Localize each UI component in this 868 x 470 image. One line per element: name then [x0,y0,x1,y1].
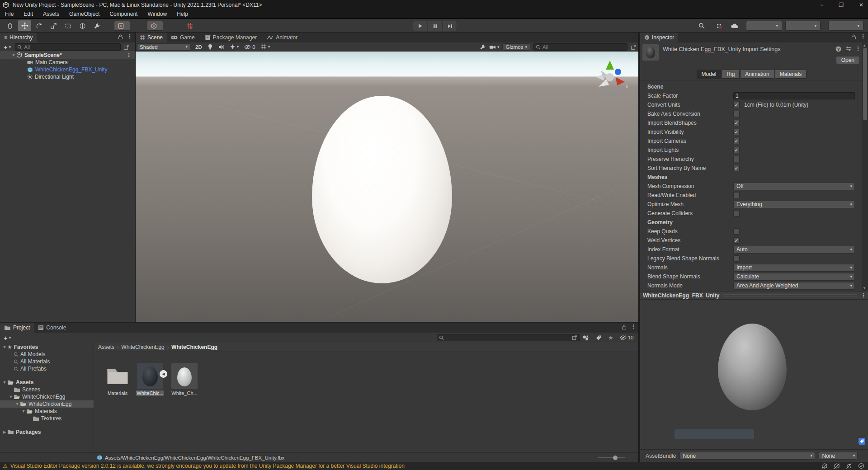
tab-scene[interactable]: Scene [136,33,167,42]
model-preview[interactable] [640,300,868,449]
asset-bundle-variant-dropdown[interactable]: None▾ [819,452,858,460]
hierarchy-menu-icon[interactable]: ⋮ [127,33,132,40]
filter-by-type-icon[interactable] [582,335,589,341]
hierarchy-search-input[interactable]: All [15,43,121,51]
keep-quads-checkbox[interactable]: ✓ [733,228,740,235]
hierarchy-item-directional-light[interactable]: Directional Light [0,73,135,80]
lock-icon[interactable] [851,34,856,40]
project-menu-icon[interactable]: ⋮ [631,324,636,330]
index-format-dropdown[interactable]: Auto▾ [733,246,855,254]
mesh-compression-dropdown[interactable]: Off▾ [733,183,855,190]
import-cameras-checkbox[interactable]: ✓ [733,138,740,144]
hierarchy-item-whitechickenegg-fbx-unity[interactable]: WhiteChickenEgg_FBX_Unity [0,66,135,73]
rect-tool-button[interactable] [61,20,75,31]
tab-game[interactable]: Game [167,33,199,42]
tab-inspector[interactable]: i Inspector [640,33,678,42]
tree-item-assets[interactable]: ▼Assets [0,379,94,386]
asset-labels-icon[interactable] [859,438,865,446]
layout-dropdown[interactable]: ▾ [828,21,863,31]
scene-viewport[interactable]: z x ‹ Persp [136,52,638,322]
breadcrumb-whitechickenegg-1[interactable]: WhiteChickenEgg [121,344,164,350]
convert-units-checkbox[interactable]: ✓ [733,102,740,108]
asset-bundle-dropdown[interactable]: None▾ [679,452,815,460]
presets-icon[interactable] [845,46,851,52]
scene-tools-icon[interactable] [480,44,486,50]
hierarchy-scene-row[interactable]: ▼ SampleScene* ⋮ [0,51,135,59]
inspector-tab-materials[interactable]: Materials [775,70,807,79]
grid-snapping-button[interactable] [183,20,196,31]
create-button[interactable]: + [4,44,8,51]
maximize-view-icon[interactable] [631,44,637,50]
menu-window[interactable]: Window [142,10,172,19]
inspector-menu-icon[interactable]: ⋮ [860,33,866,40]
tree-item-textures[interactable]: Textures [0,415,94,422]
thumbnail-size-slider[interactable] [598,457,625,458]
tab-hierarchy[interactable]: ≡ Hierarchy [0,33,37,42]
lock-icon[interactable] [118,34,123,40]
close-button[interactable]: ✕ [859,2,863,8]
2d-toggle-button[interactable]: 2D [193,42,205,52]
grid-dropdown-icon[interactable]: ▾ [268,45,270,49]
status-warning-bar[interactable]: ⚠ Visual Studio Editor Package version 2… [0,462,868,470]
hand-tool-button[interactable] [4,20,17,31]
filter-by-label-icon[interactable] [595,335,602,341]
rotate-tool-button[interactable] [33,20,46,31]
scene-camera-icon[interactable] [489,45,496,50]
inspector-scrollbar[interactable]: ▲ ▼ [862,42,868,291]
generate-colliders-checkbox[interactable]: ✓ [733,210,740,216]
tree-item-scenes[interactable]: Scenes [0,386,94,393]
lock-icon[interactable] [622,324,627,330]
minimize-button[interactable]: − [820,2,823,8]
optimize-mesh-dropdown[interactable]: Everything▾ [733,201,855,208]
inspector-tab-model[interactable]: Model [697,70,722,79]
preview-header[interactable]: WhiteChickenEgg_FBX_Unity ⋮ [640,291,868,300]
pivot-toggle-button[interactable] [114,21,130,31]
scene-camera-dropdown-icon[interactable]: ▾ [497,45,500,49]
menu-gameobject[interactable]: GameObject [64,10,104,19]
mute-notifications-icon[interactable] [821,463,828,469]
scale-tool-button[interactable] [47,20,60,31]
search-picker-icon[interactable] [572,335,577,340]
gizmos-dropdown[interactable]: Gizmos▾ [502,43,530,51]
perspective-label[interactable]: ‹ Persp [604,91,621,98]
sort-hierarchy-by-name-checkbox[interactable]: ✓ [733,165,740,171]
menu-component[interactable]: Component [104,10,142,19]
favorites-filter-icon[interactable]: ★ [608,335,613,341]
move-tool-button[interactable] [18,20,31,31]
step-button[interactable] [443,21,457,31]
inspector-tab-rig[interactable]: Rig [722,70,740,79]
menu-assets[interactable]: Assets [38,10,64,19]
asset-menu-icon[interactable]: ⋮ [855,46,861,52]
custom-tools-button[interactable] [90,20,104,31]
tab-package-manager[interactable]: Package Manager [201,33,261,42]
scene-egg-model[interactable] [312,96,452,283]
menu-help[interactable]: Help [172,10,193,19]
scene-effects-button[interactable]: ▾ [227,42,242,52]
read-write-enabled-checkbox[interactable]: ✓ [733,192,740,198]
tree-item-whitechickenegg[interactable]: ▼WhiteChickenEgg [0,393,94,400]
scene-audio-button[interactable] [216,42,227,52]
breadcrumb-assets-0[interactable]: Assets [98,344,114,350]
tree-item-whitechickenegg[interactable]: ▼WhiteChickenEgg [0,400,94,408]
auto-refresh-disabled-icon[interactable] [846,463,852,469]
menu-edit[interactable]: Edit [19,10,38,19]
maximize-button[interactable]: ❐ [839,2,844,8]
asset-item-white-ch[interactable]: White_Ch... [170,363,198,396]
tree-item-favorites[interactable]: ▼★Favorites [0,343,94,351]
create-dropdown-icon[interactable]: ▾ [9,336,11,340]
scrollbar-thumb[interactable] [863,48,867,120]
open-button[interactable]: Open [836,56,860,64]
expand-asset-toggle[interactable]: ◀ [160,370,167,378]
tree-item-materials[interactable]: ▼Materials [0,408,94,415]
transform-tool-button[interactable] [76,20,89,31]
help-icon[interactable]: ? [835,46,841,52]
orientation-toggle-button[interactable] [147,21,163,31]
legacy-blend-shape-normals-checkbox[interactable]: ✓ [733,255,740,262]
version-control-button[interactable] [712,20,726,31]
pause-button[interactable] [428,21,442,31]
account-dropdown[interactable]: ▾ [746,21,782,31]
normals-dropdown[interactable]: Import▾ [733,264,855,272]
hidden-objects-button[interactable]: 0 [241,42,258,52]
import-lights-checkbox[interactable]: ✓ [733,147,740,153]
search-button[interactable] [695,20,708,31]
